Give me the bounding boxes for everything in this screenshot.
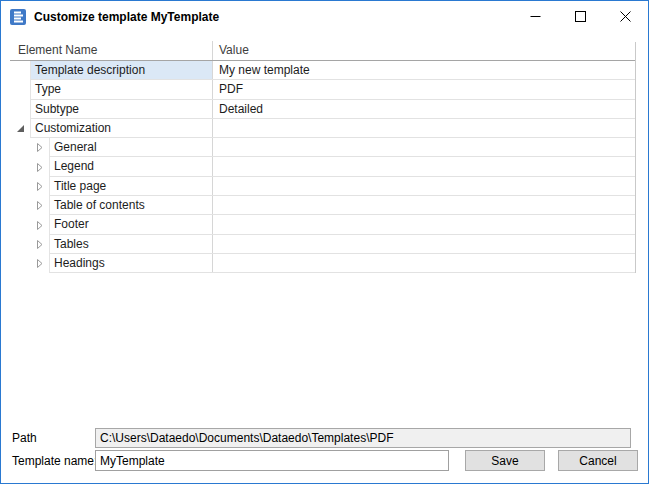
- element-name-cell: Type: [31, 80, 212, 98]
- expand-icon[interactable]: [35, 143, 44, 152]
- path-value-box: C:\Users\Dataedo\Documents\Dataedo\Templ…: [95, 428, 631, 448]
- grid-header: Element Name Value: [10, 41, 636, 61]
- window-title: Customize template MyTemplate: [34, 10, 219, 24]
- expand-icon[interactable]: [35, 221, 44, 230]
- value-cell[interactable]: [212, 235, 636, 253]
- close-button[interactable]: [603, 1, 648, 31]
- grid-row-customization[interactable]: Customization: [10, 119, 636, 138]
- grid-right-border: [635, 42, 636, 273]
- expand-icon[interactable]: [35, 163, 44, 172]
- value-cell[interactable]: [212, 157, 636, 175]
- tree-indent: [10, 235, 49, 254]
- grid-body: Template descriptionMy new templateTypeP…: [10, 61, 636, 273]
- element-name-cell: Footer: [50, 215, 212, 233]
- value-cell[interactable]: [212, 196, 636, 214]
- grid-row-subtype[interactable]: SubtypeDetailed: [10, 100, 636, 119]
- grid-row-footer[interactable]: Footer: [10, 215, 636, 234]
- tree-indent: [10, 177, 49, 196]
- grid-row-general[interactable]: General: [10, 138, 636, 157]
- tree-indent: [10, 80, 30, 99]
- minimize-button[interactable]: [513, 1, 558, 31]
- value-cell[interactable]: PDF: [212, 80, 636, 98]
- tree-indent: [10, 254, 49, 273]
- grid-row-legend[interactable]: Legend: [10, 157, 636, 176]
- grid-row-template-description[interactable]: Template descriptionMy new template: [10, 61, 636, 80]
- grid-row-headings[interactable]: Headings: [10, 254, 636, 273]
- maximize-button[interactable]: [558, 1, 603, 31]
- element-name-cell: Title page: [50, 177, 212, 195]
- value-cell[interactable]: [212, 138, 636, 156]
- element-name-cell: Table of contents: [50, 196, 212, 214]
- minimize-icon: [530, 11, 541, 22]
- column-header-element-name: Element Name: [10, 41, 212, 60]
- grid-row-tables[interactable]: Tables: [10, 235, 636, 254]
- maximize-icon: [575, 11, 586, 22]
- titlebar[interactable]: Customize template MyTemplate: [1, 1, 648, 32]
- value-cell[interactable]: [212, 254, 636, 272]
- value-cell[interactable]: [212, 177, 636, 195]
- tree-indent: [10, 196, 49, 215]
- element-name-cell: Tables: [50, 235, 212, 253]
- grid-row-type[interactable]: TypePDF: [10, 80, 636, 99]
- element-name-cell: Customization: [31, 119, 212, 137]
- tree-indent: [10, 61, 30, 80]
- grid-row-title-page[interactable]: Title page: [10, 177, 636, 196]
- value-cell[interactable]: [212, 119, 636, 137]
- cancel-button[interactable]: Cancel: [558, 450, 638, 471]
- element-name-cell: Subtype: [31, 100, 212, 118]
- template-name-input[interactable]: [95, 450, 449, 471]
- tree-indent: [10, 138, 49, 157]
- value-cell[interactable]: [212, 215, 636, 233]
- dataedo-app-icon: [10, 9, 26, 25]
- template-name-label: Template name:: [12, 454, 97, 468]
- close-icon: [620, 11, 631, 22]
- element-name-cell: Headings: [50, 254, 212, 272]
- element-name-cell: General: [50, 138, 212, 156]
- value-cell[interactable]: Detailed: [212, 100, 636, 118]
- tree-indent: [10, 215, 49, 234]
- customize-template-dialog: Customize template MyTemplate El: [0, 0, 649, 484]
- tree-indent: [10, 119, 30, 138]
- expand-icon[interactable]: [35, 259, 44, 268]
- column-header-value: Value: [212, 41, 636, 60]
- element-name-cell: Legend: [50, 157, 212, 175]
- collapse-icon[interactable]: [16, 124, 25, 133]
- tree-indent: [10, 100, 30, 119]
- value-cell[interactable]: My new template: [212, 61, 636, 79]
- path-label: Path: [12, 431, 37, 445]
- expand-icon[interactable]: [35, 201, 44, 210]
- expand-icon[interactable]: [35, 182, 44, 191]
- property-grid: Element Name Value Template descriptionM…: [10, 41, 636, 273]
- grid-row-table-of-contents[interactable]: Table of contents: [10, 196, 636, 215]
- tree-indent: [10, 157, 49, 176]
- save-button[interactable]: Save: [465, 450, 545, 471]
- expand-icon[interactable]: [35, 240, 44, 249]
- element-name-cell: Template description: [31, 61, 212, 79]
